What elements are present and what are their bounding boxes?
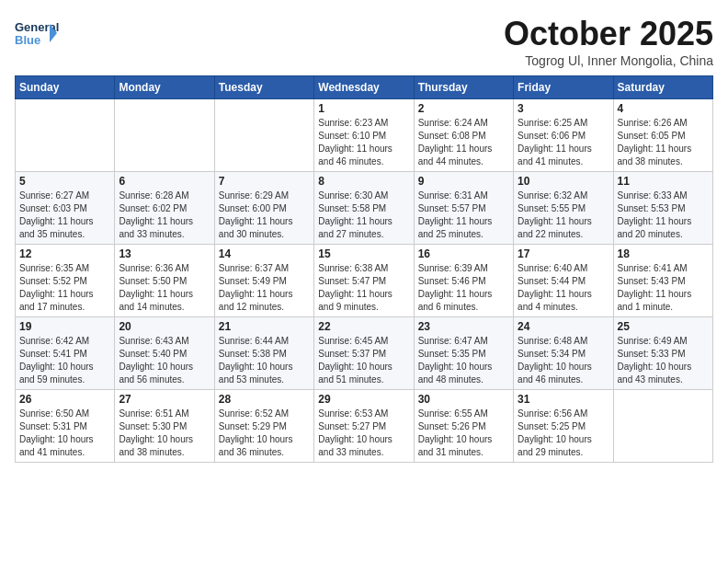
calendar-cell: 1Sunrise: 6:23 AM Sunset: 6:10 PM Daylig…: [314, 99, 414, 172]
cell-content: Sunrise: 6:30 AM Sunset: 5:58 PM Dayligh…: [318, 190, 409, 241]
day-number: 4: [618, 102, 709, 115]
day-number: 12: [19, 247, 110, 260]
calendar-cell: [115, 99, 214, 172]
weekday-header: Friday: [514, 76, 613, 99]
day-number: 16: [418, 247, 509, 260]
calendar-cell: 13Sunrise: 6:36 AM Sunset: 5:50 PM Dayli…: [115, 245, 214, 317]
calendar-cell: 16Sunrise: 6:39 AM Sunset: 5:46 PM Dayli…: [414, 245, 513, 317]
day-number: 11: [618, 175, 709, 188]
cell-content: Sunrise: 6:41 AM Sunset: 5:43 PM Dayligh…: [618, 262, 709, 314]
calendar-cell: 29Sunrise: 6:53 AM Sunset: 5:27 PM Dayli…: [314, 390, 414, 463]
calendar-week-row: 19Sunrise: 6:42 AM Sunset: 5:41 PM Dayli…: [16, 317, 713, 390]
logo-svg: GeneralBlue: [15, 15, 59, 55]
calendar-week-row: 26Sunrise: 6:50 AM Sunset: 5:31 PM Dayli…: [16, 390, 713, 463]
calendar-cell: 26Sunrise: 6:50 AM Sunset: 5:31 PM Dayli…: [16, 390, 115, 463]
calendar-cell: 24Sunrise: 6:48 AM Sunset: 5:34 PM Dayli…: [514, 317, 613, 390]
day-number: 5: [19, 175, 110, 188]
weekday-header: Wednesday: [314, 76, 414, 99]
cell-content: Sunrise: 6:29 AM Sunset: 6:00 PM Dayligh…: [219, 190, 310, 241]
cell-content: Sunrise: 6:36 AM Sunset: 5:50 PM Dayligh…: [119, 262, 210, 314]
day-number: 14: [219, 247, 310, 260]
day-number: 23: [418, 320, 509, 333]
cell-content: Sunrise: 6:38 AM Sunset: 5:47 PM Dayligh…: [318, 262, 409, 314]
cell-content: Sunrise: 6:40 AM Sunset: 5:44 PM Dayligh…: [518, 262, 609, 314]
day-number: 20: [119, 320, 210, 333]
calendar-cell: 14Sunrise: 6:37 AM Sunset: 5:49 PM Dayli…: [214, 245, 313, 317]
cell-content: Sunrise: 6:24 AM Sunset: 6:08 PM Dayligh…: [418, 117, 509, 168]
cell-content: Sunrise: 6:45 AM Sunset: 5:37 PM Dayligh…: [318, 335, 409, 386]
calendar-week-row: 5Sunrise: 6:27 AM Sunset: 6:03 PM Daylig…: [16, 172, 713, 245]
day-number: 28: [219, 393, 310, 406]
day-number: 19: [19, 320, 110, 333]
cell-content: Sunrise: 6:42 AM Sunset: 5:41 PM Dayligh…: [19, 335, 110, 386]
cell-content: Sunrise: 6:53 AM Sunset: 5:27 PM Dayligh…: [318, 408, 409, 459]
cell-content: Sunrise: 6:55 AM Sunset: 5:26 PM Dayligh…: [418, 408, 509, 459]
calendar-cell: 18Sunrise: 6:41 AM Sunset: 5:43 PM Dayli…: [613, 245, 712, 317]
calendar-cell: 6Sunrise: 6:28 AM Sunset: 6:02 PM Daylig…: [115, 172, 214, 245]
cell-content: Sunrise: 6:26 AM Sunset: 6:05 PM Dayligh…: [618, 117, 709, 168]
calendar-cell: 11Sunrise: 6:33 AM Sunset: 5:53 PM Dayli…: [613, 172, 712, 245]
cell-content: Sunrise: 6:49 AM Sunset: 5:33 PM Dayligh…: [618, 335, 709, 386]
cell-content: Sunrise: 6:31 AM Sunset: 5:57 PM Dayligh…: [418, 190, 509, 241]
calendar-cell: 10Sunrise: 6:32 AM Sunset: 5:55 PM Dayli…: [514, 172, 613, 245]
calendar-cell: 9Sunrise: 6:31 AM Sunset: 5:57 PM Daylig…: [414, 172, 513, 245]
calendar-subtitle: Togrog Ul, Inner Mongolia, China: [504, 53, 713, 68]
calendar-cell: 31Sunrise: 6:56 AM Sunset: 5:25 PM Dayli…: [514, 390, 613, 463]
calendar-title: October 2025: [504, 15, 713, 53]
day-number: 13: [119, 247, 210, 260]
day-number: 10: [518, 175, 609, 188]
calendar-cell: 4Sunrise: 6:26 AM Sunset: 6:05 PM Daylig…: [613, 99, 712, 172]
header-row: SundayMondayTuesdayWednesdayThursdayFrid…: [16, 76, 713, 99]
cell-content: Sunrise: 6:51 AM Sunset: 5:30 PM Dayligh…: [119, 408, 210, 459]
calendar-cell: 8Sunrise: 6:30 AM Sunset: 5:58 PM Daylig…: [314, 172, 414, 245]
cell-content: Sunrise: 6:32 AM Sunset: 5:55 PM Dayligh…: [518, 190, 609, 241]
weekday-header: Tuesday: [214, 76, 313, 99]
calendar-cell: 2Sunrise: 6:24 AM Sunset: 6:08 PM Daylig…: [414, 99, 513, 172]
cell-content: Sunrise: 6:33 AM Sunset: 5:53 PM Dayligh…: [618, 190, 709, 241]
cell-content: Sunrise: 6:56 AM Sunset: 5:25 PM Dayligh…: [518, 408, 609, 459]
day-number: 27: [119, 393, 210, 406]
calendar-cell: 3Sunrise: 6:25 AM Sunset: 6:06 PM Daylig…: [514, 99, 613, 172]
day-number: 9: [418, 175, 509, 188]
cell-content: Sunrise: 6:47 AM Sunset: 5:35 PM Dayligh…: [418, 335, 509, 386]
day-number: 31: [518, 393, 609, 406]
day-number: 21: [219, 320, 310, 333]
day-number: 2: [418, 102, 509, 115]
cell-content: Sunrise: 6:50 AM Sunset: 5:31 PM Dayligh…: [19, 408, 110, 459]
calendar-cell: 7Sunrise: 6:29 AM Sunset: 6:00 PM Daylig…: [214, 172, 313, 245]
day-number: 6: [119, 175, 210, 188]
cell-content: Sunrise: 6:48 AM Sunset: 5:34 PM Dayligh…: [518, 335, 609, 386]
day-number: 18: [618, 247, 709, 260]
calendar-cell: 28Sunrise: 6:52 AM Sunset: 5:29 PM Dayli…: [214, 390, 313, 463]
calendar-cell: 17Sunrise: 6:40 AM Sunset: 5:44 PM Dayli…: [514, 245, 613, 317]
day-number: 3: [518, 102, 609, 115]
calendar-cell: 30Sunrise: 6:55 AM Sunset: 5:26 PM Dayli…: [414, 390, 513, 463]
calendar-cell: 22Sunrise: 6:45 AM Sunset: 5:37 PM Dayli…: [314, 317, 414, 390]
calendar-cell: 15Sunrise: 6:38 AM Sunset: 5:47 PM Dayli…: [314, 245, 414, 317]
logo: GeneralBlue: [15, 15, 59, 55]
day-number: 29: [318, 393, 409, 406]
day-number: 17: [518, 247, 609, 260]
weekday-header: Saturday: [613, 76, 712, 99]
day-number: 7: [219, 175, 310, 188]
weekday-header: Monday: [115, 76, 214, 99]
calendar-cell: 23Sunrise: 6:47 AM Sunset: 5:35 PM Dayli…: [414, 317, 513, 390]
day-number: 30: [418, 393, 509, 406]
calendar-cell: [214, 99, 313, 172]
calendar-table: SundayMondayTuesdayWednesdayThursdayFrid…: [15, 75, 713, 463]
calendar-cell: 19Sunrise: 6:42 AM Sunset: 5:41 PM Dayli…: [16, 317, 115, 390]
day-number: 25: [618, 320, 709, 333]
calendar-cell: 21Sunrise: 6:44 AM Sunset: 5:38 PM Dayli…: [214, 317, 313, 390]
calendar-cell: 12Sunrise: 6:35 AM Sunset: 5:52 PM Dayli…: [16, 245, 115, 317]
calendar-week-row: 1Sunrise: 6:23 AM Sunset: 6:10 PM Daylig…: [16, 99, 713, 172]
cell-content: Sunrise: 6:25 AM Sunset: 6:06 PM Dayligh…: [518, 117, 609, 168]
cell-content: Sunrise: 6:27 AM Sunset: 6:03 PM Dayligh…: [19, 190, 110, 241]
cell-content: Sunrise: 6:44 AM Sunset: 5:38 PM Dayligh…: [219, 335, 310, 386]
calendar-cell: 27Sunrise: 6:51 AM Sunset: 5:30 PM Dayli…: [115, 390, 214, 463]
cell-content: Sunrise: 6:43 AM Sunset: 5:40 PM Dayligh…: [119, 335, 210, 386]
title-area: October 2025 Togrog Ul, Inner Mongolia, …: [504, 15, 713, 68]
day-number: 26: [19, 393, 110, 406]
day-number: 1: [318, 102, 409, 115]
day-number: 22: [318, 320, 409, 333]
cell-content: Sunrise: 6:35 AM Sunset: 5:52 PM Dayligh…: [19, 262, 110, 314]
